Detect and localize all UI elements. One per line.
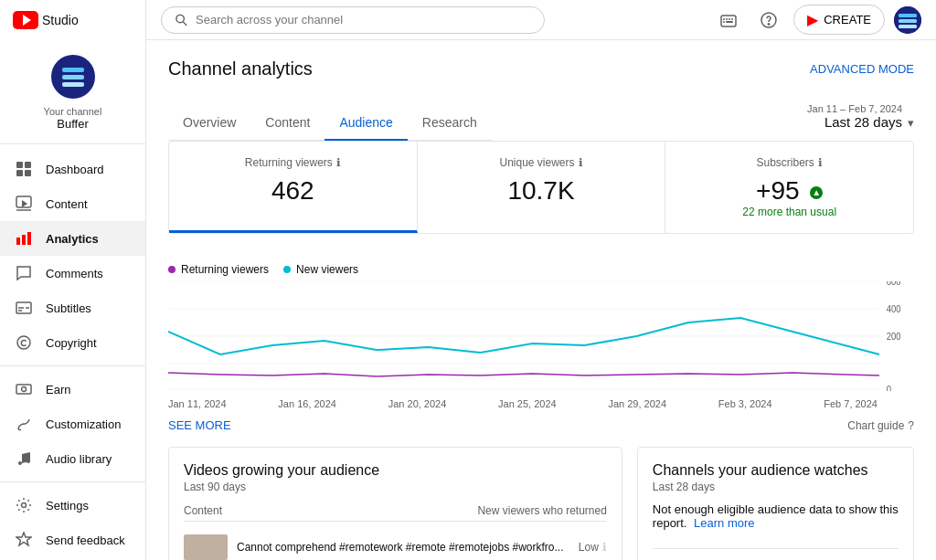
- sidebar-item-label: Comments: [46, 267, 103, 280]
- tab-audience[interactable]: Audience: [324, 106, 407, 141]
- sidebar-item-analytics[interactable]: Analytics: [0, 221, 145, 256]
- svg-rect-36: [899, 19, 917, 23]
- sidebar-item-subtitles[interactable]: Subtitles: [0, 291, 145, 325]
- advanced-mode-button[interactable]: ADVANCED MODE: [810, 62, 914, 76]
- metric-sub-subscribers: 22 more than usual: [680, 206, 899, 218]
- chart-date-2: Jan 16, 2024: [278, 398, 336, 409]
- video-title: Cannot comprehend #remotework #remote #r…: [237, 541, 569, 554]
- sidebar-item-earn[interactable]: Earn: [0, 372, 145, 407]
- svg-rect-1: [62, 75, 84, 79]
- tab-content[interactable]: Content: [250, 106, 324, 141]
- channels-learn-more-link[interactable]: Learn more: [694, 516, 754, 530]
- metric-info-icon-subscribers[interactable]: ℹ: [818, 156, 823, 169]
- what-watches-section: What your audience watches Last 7 days N…: [653, 548, 899, 560]
- svg-rect-37: [899, 25, 917, 28]
- table-row[interactable]: Cannot comprehend #remotework #remote #r…: [184, 529, 607, 560]
- sidebar-item-settings[interactable]: Settings: [0, 488, 145, 523]
- topbar-right: ▶ CREATE: [713, 5, 921, 36]
- metric-label-returning: Returning viewers ℹ: [184, 156, 402, 169]
- legend-new: New viewers: [283, 263, 358, 276]
- logo[interactable]: Studio: [0, 0, 145, 40]
- analytics-tabs: Overview Content Audience Research: [168, 106, 492, 141]
- svg-point-33: [769, 23, 770, 24]
- chart-dates: Jan 11, 2024 Jan 16, 2024 Jan 20, 2024 J…: [168, 395, 914, 413]
- metric-info-icon-returning[interactable]: ℹ: [336, 156, 341, 169]
- create-label: CREATE: [824, 13, 871, 26]
- help-button[interactable]: [753, 5, 784, 36]
- bottom-panels: Videos growing your audience Last 90 day…: [168, 447, 914, 560]
- keyboard-icon: [719, 11, 738, 29]
- sidebar-item-comments[interactable]: Comments: [0, 256, 145, 291]
- metrics-row: Returning viewers ℹ 462 Unique viewers ℹ…: [168, 141, 914, 234]
- metric-value-unique: 10.7K: [432, 176, 651, 206]
- svg-text:400: 400: [887, 304, 901, 314]
- sidebar-item-customization[interactable]: Customization: [0, 407, 145, 441]
- see-more-button[interactable]: SEE MORE: [168, 418, 231, 432]
- chart-date-6: Feb 3, 2024: [718, 398, 772, 409]
- sidebar: Studio Your channel Buffer Dashboard Con…: [0, 0, 146, 560]
- chart-guide-button[interactable]: Chart guide ?: [847, 419, 914, 432]
- videos-panel-subtitle: Last 90 days: [184, 481, 607, 493]
- legend-dot-returning: [168, 266, 176, 273]
- sidebar-item-label: Audio library: [46, 452, 112, 466]
- metric-info-icon-unique[interactable]: ℹ: [579, 156, 583, 169]
- chart-section: Returning viewers New viewers: [168, 252, 914, 447]
- date-range-small: Jan 11 – Feb 7, 2024: [807, 103, 902, 114]
- svg-text:0: 0: [887, 385, 892, 391]
- col-viewers-label: New viewers who returned: [477, 504, 606, 517]
- svg-rect-2: [62, 82, 84, 87]
- money-icon: [15, 381, 33, 397]
- metric-label-subscribers: Subscribers ℹ: [680, 156, 899, 169]
- search-box[interactable]: [161, 6, 545, 34]
- buffer-avatar-icon: [58, 62, 88, 91]
- subscribers-up-icon: ▲: [810, 186, 823, 199]
- avatar: [51, 55, 95, 99]
- legend-dot-new: [283, 266, 291, 273]
- svg-line-24: [183, 21, 186, 25]
- svg-rect-12: [27, 232, 31, 245]
- sidebar-item-label: Copyright: [46, 336, 97, 350]
- metric-returning-viewers[interactable]: Returning viewers ℹ 462: [169, 142, 418, 233]
- account-avatar[interactable]: [894, 6, 921, 34]
- sidebar-item-dashboard[interactable]: Dashboard: [0, 152, 145, 186]
- tab-overview[interactable]: Overview: [168, 106, 250, 141]
- youtube-logo: Studio: [13, 11, 79, 29]
- bar-chart-icon: [15, 230, 33, 247]
- copyright-icon: [15, 334, 33, 351]
- svg-rect-4: [25, 162, 31, 168]
- play-icon: [15, 195, 33, 212]
- legend-label-new: New viewers: [296, 263, 358, 276]
- sidebar-item-audio-library[interactable]: Audio library: [0, 441, 145, 476]
- svg-rect-6: [25, 170, 31, 176]
- svg-text:200: 200: [887, 332, 901, 342]
- subtitles-icon: [15, 300, 33, 316]
- metric-unique-viewers[interactable]: Unique viewers ℹ 10.7K: [418, 142, 666, 233]
- date-range-main: Last 28 days: [807, 114, 902, 130]
- metric-subscribers[interactable]: Subscribers ℹ +95 ▲ 22 more than usual: [665, 142, 913, 233]
- date-dropdown-button[interactable]: ▾: [908, 116, 914, 130]
- search-input[interactable]: [196, 13, 531, 26]
- grid-icon: [15, 161, 33, 177]
- sidebar-item-label: Settings: [46, 499, 89, 512]
- videos-panel: Videos growing your audience Last 90 day…: [168, 447, 622, 560]
- sidebar-item-label: Earn: [46, 383, 70, 396]
- chart-legend: Returning viewers New viewers: [168, 252, 914, 281]
- channel-info: Your channel Buffer: [0, 40, 145, 144]
- svg-point-17: [17, 336, 30, 349]
- create-button[interactable]: ▶ CREATE: [793, 5, 885, 35]
- sidebar-item-content[interactable]: Content: [0, 186, 145, 221]
- sidebar-item-feedback[interactable]: Send feedback: [0, 523, 145, 557]
- sidebar-item-label: Analytics: [46, 232, 99, 246]
- svg-marker-8: [22, 200, 27, 207]
- sidebar-item-label: Customization: [46, 417, 121, 431]
- metric-label-unique: Unique viewers ℹ: [432, 156, 651, 169]
- keyboard-shortcut-button[interactable]: [713, 5, 744, 36]
- analytics-page: Channel analytics ADVANCED MODE Overview…: [146, 40, 936, 560]
- col-content-label: Content: [184, 504, 222, 517]
- sidebar-item-copyright[interactable]: Copyright: [0, 325, 145, 360]
- channels-not-enough-text: Not enough eligible audience data to sho…: [653, 502, 899, 530]
- gear-icon: [15, 497, 33, 513]
- tab-research[interactable]: Research: [408, 106, 492, 141]
- metric-value-returning: 462: [184, 176, 402, 206]
- svg-rect-10: [16, 238, 20, 245]
